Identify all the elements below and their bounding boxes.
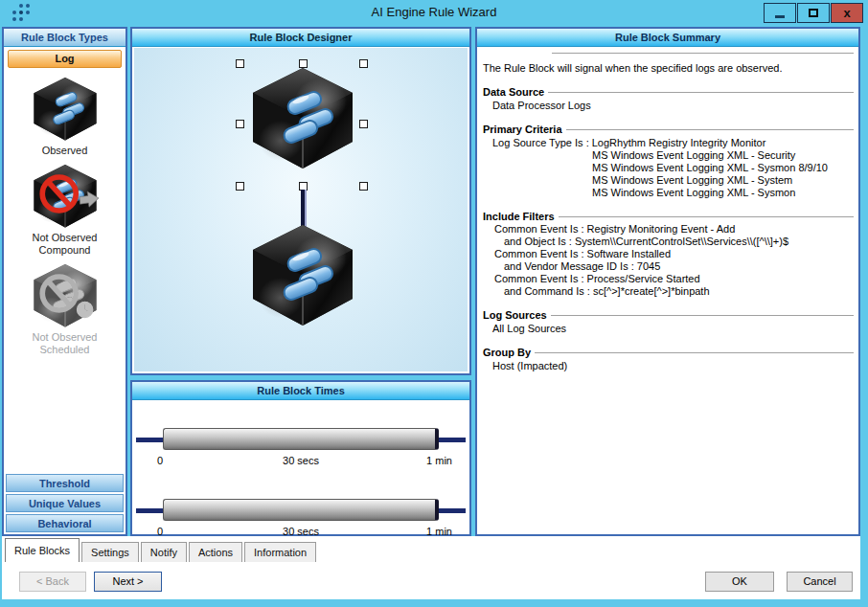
group-by-value: Host (Impacted) <box>483 360 854 372</box>
divider <box>566 129 854 130</box>
unique-values-category-button[interactable]: Unique Values <box>6 494 124 512</box>
minimize-button[interactable] <box>764 3 796 23</box>
rule-type-not-observed-compound[interactable]: Not Observed Compound <box>12 163 118 257</box>
time-slider-1: 0 30 secs 1 min <box>134 401 468 472</box>
primary-criteria-line: MS Windows Event Logging XML - Sysmon <box>483 187 854 199</box>
rule-block-node-1[interactable] <box>244 65 361 176</box>
include-filter-line: and Command Is : sc[^>]*create[^>]*binpa… <box>483 285 854 298</box>
rule-type-label: Not Observed Compound <box>12 232 118 257</box>
divider <box>551 315 854 316</box>
not-observed-compound-cube-icon <box>29 163 102 230</box>
designer-canvas[interactable] <box>134 48 468 371</box>
tab-settings[interactable]: Settings <box>81 542 139 562</box>
observed-cube-icon <box>244 65 361 172</box>
rule-block-times-header: Rule Block Times <box>132 382 469 400</box>
slider-tick-label: 30 secs <box>283 455 319 466</box>
time-slider-2: 0 30 secs 1 min <box>134 472 468 543</box>
observed-cube-icon <box>244 222 361 329</box>
ok-button[interactable]: OK <box>705 572 774 592</box>
slider-range-handle[interactable] <box>163 499 439 521</box>
selection-handle[interactable] <box>236 120 244 128</box>
rule-block-summary-panel: Rule Block Summary The Rule Block will s… <box>475 27 860 536</box>
include-filter-line: and Vendor Message ID Is : 7045 <box>483 260 854 273</box>
slider-tick-label: 0 <box>157 455 163 466</box>
rule-type-label: Not Observed Scheduled <box>12 331 118 356</box>
maximize-button[interactable] <box>797 3 830 23</box>
tab-notify[interactable]: Notify <box>141 542 187 562</box>
rule-block-designer-header: Rule Block Designer <box>132 29 469 47</box>
bottom-bar: Rule Blocks Settings Notify Actions Info… <box>2 536 860 599</box>
data-source-heading: Data Source <box>483 86 854 99</box>
rule-type-observed[interactable]: Observed <box>12 76 118 157</box>
include-filter-line: Common Event Is : Software Installed <box>483 248 854 260</box>
rule-block-designer-panel: Rule Block Designer <box>130 27 471 375</box>
wizard-tabs: Rule Blocks Settings Notify Actions Info… <box>5 538 318 562</box>
primary-criteria-heading: Primary Criteria <box>483 124 854 136</box>
divider <box>559 216 854 217</box>
log-sources-heading: Log Sources <box>483 309 854 322</box>
rule-block-summary-header: Rule Block Summary <box>477 29 858 47</box>
threshold-category-button[interactable]: Threshold <box>6 474 124 492</box>
window-title: AI Engine Rule Wizard <box>0 5 868 19</box>
divider <box>552 53 854 54</box>
observed-cube-icon <box>29 76 102 143</box>
include-filter-line: Common Event Is : Process/Service Starte… <box>483 273 854 285</box>
tab-information[interactable]: Information <box>244 542 316 562</box>
rule-block-node-2[interactable] <box>244 222 361 333</box>
group-by-heading: Group By <box>483 347 854 359</box>
log-sources-value: All Log Sources <box>483 323 854 335</box>
log-category-button[interactable]: Log <box>8 50 122 68</box>
rule-block-types-header: Rule Block Types <box>4 29 126 47</box>
include-filters-heading: Include Filters <box>483 211 854 223</box>
selection-handle[interactable] <box>236 182 244 191</box>
include-filter-line: and Object Is : System\\CurrentControlSe… <box>483 236 854 248</box>
primary-criteria-line: MS Windows Event Logging XML - Sysmon 8/… <box>483 162 854 174</box>
selection-handle[interactable] <box>236 59 244 68</box>
rule-type-not-observed-scheduled: Not Observed Scheduled <box>12 262 118 356</box>
selection-handle[interactable] <box>359 182 368 191</box>
slider-range-handle[interactable] <box>163 428 439 450</box>
divider <box>548 92 854 93</box>
behavioral-category-button[interactable]: Behavioral <box>6 514 124 532</box>
tab-rule-blocks[interactable]: Rule Blocks <box>5 538 80 562</box>
primary-criteria-line: MS Windows Event Logging XML - Security <box>483 149 854 162</box>
primary-criteria-line: Log Source Type Is : LogRhythm Registry … <box>483 137 854 149</box>
rule-type-label: Observed <box>12 145 118 157</box>
divider <box>535 352 854 353</box>
tab-actions[interactable]: Actions <box>189 542 242 562</box>
back-button: < Back <box>19 572 86 592</box>
next-button[interactable]: Next > <box>94 572 162 592</box>
window-border <box>0 599 868 607</box>
include-filter-line: Common Event Is : Registry Monitoring Ev… <box>483 223 854 236</box>
slider-tick-label: 1 min <box>426 455 452 466</box>
summary-intro-text: The Rule Block will signal when the spec… <box>483 62 854 75</box>
data-source-value: Data Processor Logs <box>483 100 854 112</box>
close-button[interactable]: x <box>831 3 863 23</box>
rule-block-types-panel: Rule Block Types Log Observed Not Observ… <box>2 27 127 536</box>
not-observed-scheduled-cube-icon <box>29 262 102 329</box>
maximize-icon <box>809 9 818 17</box>
cancel-button[interactable]: Cancel <box>787 572 853 592</box>
minimize-icon <box>775 15 785 18</box>
title-bar: AI Engine Rule Wizard x <box>0 0 868 26</box>
rule-block-times-panel: Rule Block Times 0 30 secs 1 min 0 30 se… <box>130 380 471 536</box>
primary-criteria-line: MS Windows Event Logging XML - System <box>483 174 854 187</box>
